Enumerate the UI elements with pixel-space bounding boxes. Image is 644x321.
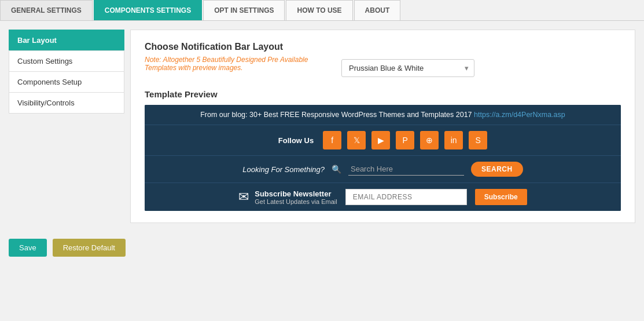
- search-icon: 🔍: [332, 165, 341, 174]
- sidebar-item-visibility-controls[interactable]: Visibility/Controls: [9, 92, 124, 114]
- email-input[interactable]: [345, 189, 467, 205]
- tab-components-settings[interactable]: COMPONENTS SETTINGS: [94, 0, 202, 20]
- template-select[interactable]: Prussian Blue & White Dark Theme Light T…: [341, 59, 474, 77]
- newsletter-bar: ✉ Subscribe Newsletter Get Latest Update…: [145, 183, 621, 211]
- sidebar-item-bar-layout[interactable]: Bar Layout: [9, 30, 124, 51]
- template-preview: From our blog: 30+ Best FREE Responsive …: [145, 105, 621, 211]
- sidebar-item-custom-settings[interactable]: Custom Settings: [9, 50, 124, 72]
- announce-link[interactable]: https://a.zm/d4PerNxma.asp: [474, 111, 565, 119]
- top-nav: GENERAL SETTINGS COMPONENTS SETTINGS OPT…: [0, 0, 644, 21]
- social-flickr-btn[interactable]: ⊕: [420, 131, 439, 149]
- preview-title: Template Preview: [145, 89, 621, 99]
- search-bar: Looking For Something? 🔍 SEARCH: [145, 156, 621, 183]
- sidebar: Bar Layout Custom Settings Components Se…: [9, 30, 124, 223]
- newsletter-subtitle: Get Latest Updates via Email: [255, 198, 337, 205]
- content-area: Choose Notification Bar Layout Note: Alt…: [130, 30, 635, 223]
- newsletter-text-block: Subscribe Newsletter Get Latest Updates …: [255, 189, 337, 205]
- tab-about[interactable]: ABOUT: [354, 0, 401, 20]
- save-button[interactable]: Save: [9, 239, 47, 257]
- template-select-wrapper: Prussian Blue & White Dark Theme Light T…: [341, 59, 474, 77]
- social-stumble-btn[interactable]: S: [469, 131, 487, 149]
- sidebar-item-components-setup[interactable]: Components Setup: [9, 71, 124, 93]
- envelope-icon: ✉: [238, 189, 249, 205]
- follow-label: Follow Us: [278, 136, 314, 145]
- social-linkedin-btn[interactable]: in: [444, 131, 463, 149]
- search-button[interactable]: SEARCH: [471, 162, 523, 177]
- social-twitter-btn[interactable]: 𝕏: [347, 131, 366, 149]
- tab-how-to-use[interactable]: HOW TO USE: [286, 0, 352, 20]
- restore-default-button[interactable]: Restore Default: [53, 239, 126, 257]
- tab-general-settings[interactable]: GENERAL SETTINGS: [0, 0, 93, 20]
- announce-bar: From our blog: 30+ Best FREE Responsive …: [145, 105, 621, 125]
- social-pinterest-btn[interactable]: P: [396, 131, 414, 149]
- newsletter-title: Subscribe Newsletter: [255, 189, 337, 198]
- main-container: Bar Layout Custom Settings Components Se…: [0, 21, 644, 232]
- tab-optin-settings[interactable]: OPT IN SETTINGS: [203, 0, 285, 20]
- section-title: Choose Notification Bar Layout: [145, 42, 621, 52]
- newsletter-left: ✉ Subscribe Newsletter Get Latest Update…: [238, 189, 337, 205]
- search-input[interactable]: [348, 163, 464, 176]
- subscribe-button[interactable]: Subscribe: [475, 189, 527, 205]
- social-facebook-btn[interactable]: f: [323, 131, 341, 149]
- section-note: Note: Altogether 5 Beautifully Designed …: [145, 56, 330, 72]
- dropdown-row: Note: Altogether 5 Beautifully Designed …: [145, 56, 621, 80]
- search-label: Looking For Something?: [242, 165, 325, 174]
- announce-text: From our blog: 30+ Best FREE Responsive …: [200, 111, 472, 119]
- social-youtube-btn[interactable]: ▶: [371, 131, 390, 149]
- bottom-bar: Save Restore Default: [0, 232, 644, 264]
- follow-bar: Follow Us f 𝕏 ▶ P ⊕ in S: [145, 125, 621, 156]
